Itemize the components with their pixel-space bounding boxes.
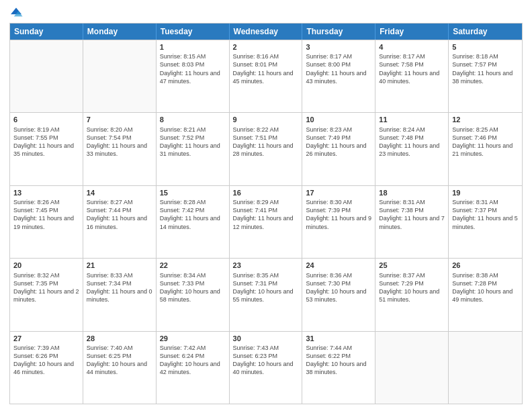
day-info: Sunrise: 7:40 AM Sunset: 6:25 PM Dayligh… <box>87 344 152 377</box>
header-cell-monday: Monday <box>83 24 157 40</box>
day-info: Sunrise: 8:27 AM Sunset: 7:44 PM Dayligh… <box>87 198 152 231</box>
day-info: Sunrise: 8:21 AM Sunset: 7:52 PM Dayligh… <box>160 126 226 158</box>
day-number: 18 <box>379 188 445 197</box>
day-info: Sunrise: 8:17 AM Sunset: 7:58 PM Dayligh… <box>379 52 445 85</box>
day-info: Sunrise: 7:43 AM Sunset: 6:23 PM Dayligh… <box>233 344 299 377</box>
day-number: 30 <box>233 334 299 343</box>
calendar-cell: 3Sunrise: 8:17 AM Sunset: 8:00 PM Daylig… <box>302 40 375 112</box>
day-info: Sunrise: 7:42 AM Sunset: 6:24 PM Dayligh… <box>160 344 226 377</box>
calendar-cell: 22Sunrise: 8:34 AM Sunset: 7:33 PM Dayli… <box>157 259 230 330</box>
day-number: 17 <box>306 188 371 197</box>
day-info: Sunrise: 8:24 AM Sunset: 7:48 PM Dayligh… <box>379 126 445 158</box>
calendar-row-3: 20Sunrise: 8:32 AM Sunset: 7:35 PM Dayli… <box>10 258 522 330</box>
day-info: Sunrise: 8:36 AM Sunset: 7:30 PM Dayligh… <box>306 271 371 304</box>
day-info: Sunrise: 8:22 AM Sunset: 7:51 PM Dayligh… <box>233 126 299 158</box>
day-number: 3 <box>306 42 371 52</box>
calendar-cell: 19Sunrise: 8:31 AM Sunset: 7:37 PM Dayli… <box>449 186 522 258</box>
calendar-cell <box>449 332 522 404</box>
calendar: SundayMondayTuesdayWednesdayThursdayFrid… <box>9 23 523 404</box>
day-number: 5 <box>452 42 519 52</box>
day-info: Sunrise: 8:34 AM Sunset: 7:33 PM Dayligh… <box>160 271 226 304</box>
header-cell-thursday: Thursday <box>302 24 375 40</box>
day-info: Sunrise: 8:31 AM Sunset: 7:38 PM Dayligh… <box>379 198 445 231</box>
day-number: 13 <box>13 188 79 197</box>
calendar-cell: 23Sunrise: 8:35 AM Sunset: 7:31 PM Dayli… <box>230 259 303 330</box>
day-number: 20 <box>13 261 79 270</box>
calendar-cell: 10Sunrise: 8:23 AM Sunset: 7:49 PM Dayli… <box>302 113 375 185</box>
day-info: Sunrise: 8:17 AM Sunset: 8:00 PM Dayligh… <box>306 52 371 85</box>
header-cell-saturday: Saturday <box>449 24 522 40</box>
calendar-cell: 21Sunrise: 8:33 AM Sunset: 7:34 PM Dayli… <box>83 259 157 330</box>
day-number: 24 <box>306 261 371 270</box>
calendar-cell: 25Sunrise: 8:37 AM Sunset: 7:29 PM Dayli… <box>375 259 449 330</box>
day-info: Sunrise: 8:20 AM Sunset: 7:54 PM Dayligh… <box>87 126 152 158</box>
calendar-cell <box>83 40 157 112</box>
day-number: 23 <box>233 261 299 270</box>
day-number: 7 <box>87 115 152 124</box>
day-info: Sunrise: 8:28 AM Sunset: 7:42 PM Dayligh… <box>160 198 226 231</box>
day-info: Sunrise: 8:23 AM Sunset: 7:49 PM Dayligh… <box>306 126 371 158</box>
calendar-cell: 28Sunrise: 7:40 AM Sunset: 6:25 PM Dayli… <box>83 332 157 404</box>
day-number: 22 <box>160 261 226 270</box>
day-info: Sunrise: 7:39 AM Sunset: 6:26 PM Dayligh… <box>13 344 79 377</box>
logo-icon <box>9 7 23 17</box>
calendar-cell: 12Sunrise: 8:25 AM Sunset: 7:46 PM Dayli… <box>449 113 522 185</box>
day-info: Sunrise: 8:33 AM Sunset: 7:34 PM Dayligh… <box>87 271 152 304</box>
header-cell-friday: Friday <box>375 24 449 40</box>
day-number: 11 <box>379 115 445 124</box>
day-number: 2 <box>233 42 299 52</box>
day-info: Sunrise: 8:38 AM Sunset: 7:28 PM Dayligh… <box>452 271 519 304</box>
calendar-cell: 20Sunrise: 8:32 AM Sunset: 7:35 PM Dayli… <box>10 259 83 330</box>
day-info: Sunrise: 8:29 AM Sunset: 7:41 PM Dayligh… <box>233 198 299 231</box>
day-number: 16 <box>233 188 299 197</box>
day-number: 21 <box>87 261 152 270</box>
day-number: 10 <box>306 115 371 124</box>
day-info: Sunrise: 8:16 AM Sunset: 8:01 PM Dayligh… <box>233 52 299 85</box>
calendar-cell: 9Sunrise: 8:22 AM Sunset: 7:51 PM Daylig… <box>230 113 303 185</box>
calendar-cell: 5Sunrise: 8:18 AM Sunset: 7:57 PM Daylig… <box>449 40 522 112</box>
day-number: 6 <box>13 115 79 124</box>
day-info: Sunrise: 8:37 AM Sunset: 7:29 PM Dayligh… <box>379 271 445 304</box>
day-number: 1 <box>160 42 226 52</box>
day-info: Sunrise: 8:26 AM Sunset: 7:45 PM Dayligh… <box>13 198 79 231</box>
calendar-header: SundayMondayTuesdayWednesdayThursdayFrid… <box>10 24 522 40</box>
calendar-cell: 26Sunrise: 8:38 AM Sunset: 7:28 PM Dayli… <box>449 259 522 330</box>
day-number: 15 <box>160 188 226 197</box>
day-info: Sunrise: 8:35 AM Sunset: 7:31 PM Dayligh… <box>233 271 299 304</box>
calendar-cell <box>10 40 83 112</box>
day-info: Sunrise: 8:31 AM Sunset: 7:37 PM Dayligh… <box>452 198 519 231</box>
day-number: 29 <box>160 334 226 343</box>
calendar-cell: 13Sunrise: 8:26 AM Sunset: 7:45 PM Dayli… <box>10 186 83 258</box>
calendar-row-2: 13Sunrise: 8:26 AM Sunset: 7:45 PM Dayli… <box>10 185 522 258</box>
calendar-cell: 2Sunrise: 8:16 AM Sunset: 8:01 PM Daylig… <box>230 40 303 112</box>
day-number: 8 <box>160 115 226 124</box>
day-number: 14 <box>87 188 152 197</box>
day-number: 9 <box>233 115 299 124</box>
calendar-cell: 6Sunrise: 8:19 AM Sunset: 7:55 PM Daylig… <box>10 113 83 185</box>
calendar-cell: 24Sunrise: 8:36 AM Sunset: 7:30 PM Dayli… <box>302 259 375 330</box>
day-number: 12 <box>452 115 519 124</box>
day-info: Sunrise: 8:32 AM Sunset: 7:35 PM Dayligh… <box>13 271 79 304</box>
header-cell-sunday: Sunday <box>10 24 83 40</box>
calendar-cell: 27Sunrise: 7:39 AM Sunset: 6:26 PM Dayli… <box>10 332 83 404</box>
calendar-row-0: 1Sunrise: 8:15 AM Sunset: 8:03 PM Daylig… <box>10 40 522 112</box>
calendar-cell: 7Sunrise: 8:20 AM Sunset: 7:54 PM Daylig… <box>83 113 157 185</box>
calendar-cell: 31Sunrise: 7:44 AM Sunset: 6:22 PM Dayli… <box>302 332 375 404</box>
day-number: 19 <box>452 188 519 197</box>
day-info: Sunrise: 8:30 AM Sunset: 7:39 PM Dayligh… <box>306 198 371 231</box>
day-number: 31 <box>306 334 371 343</box>
logo <box>9 7 26 17</box>
calendar-body: 1Sunrise: 8:15 AM Sunset: 8:03 PM Daylig… <box>10 40 522 404</box>
calendar-cell: 1Sunrise: 8:15 AM Sunset: 8:03 PM Daylig… <box>157 40 230 112</box>
calendar-cell: 18Sunrise: 8:31 AM Sunset: 7:38 PM Dayli… <box>375 186 449 258</box>
day-info: Sunrise: 8:18 AM Sunset: 7:57 PM Dayligh… <box>452 52 519 85</box>
day-info: Sunrise: 7:44 AM Sunset: 6:22 PM Dayligh… <box>306 344 371 377</box>
day-info: Sunrise: 8:15 AM Sunset: 8:03 PM Dayligh… <box>160 52 226 85</box>
calendar-cell: 29Sunrise: 7:42 AM Sunset: 6:24 PM Dayli… <box>157 332 230 404</box>
calendar-cell: 30Sunrise: 7:43 AM Sunset: 6:23 PM Dayli… <box>230 332 303 404</box>
day-number: 4 <box>379 42 445 52</box>
calendar-row-1: 6Sunrise: 8:19 AM Sunset: 7:55 PM Daylig… <box>10 112 522 185</box>
calendar-cell: 4Sunrise: 8:17 AM Sunset: 7:58 PM Daylig… <box>375 40 449 112</box>
calendar-cell: 16Sunrise: 8:29 AM Sunset: 7:41 PM Dayli… <box>230 186 303 258</box>
calendar-row-4: 27Sunrise: 7:39 AM Sunset: 6:26 PM Dayli… <box>10 331 522 404</box>
